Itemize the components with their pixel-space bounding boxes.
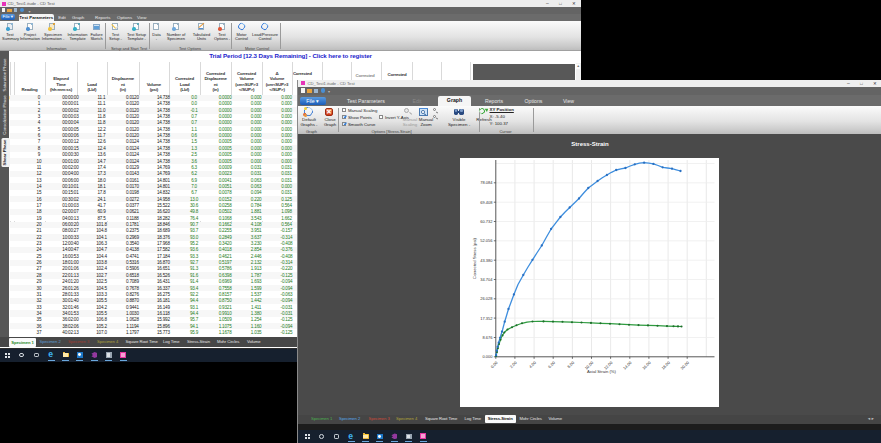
svg-text:52.056: 52.056	[480, 238, 493, 243]
svg-text:34.704: 34.704	[480, 276, 493, 281]
svg-text:Axial Strain (%): Axial Strain (%)	[587, 369, 616, 374]
svg-text:8.676: 8.676	[482, 334, 493, 339]
svg-text:17.352: 17.352	[480, 315, 493, 320]
svg-text:69.408: 69.408	[480, 199, 493, 204]
svg-text:Saturation Phase: Saturation Phase	[2, 58, 7, 92]
svg-text:78.084: 78.084	[480, 180, 493, 185]
svg-text:26.028: 26.028	[480, 296, 493, 301]
svg-text:60.732: 60.732	[480, 218, 493, 223]
svg-text:43.380: 43.380	[480, 257, 493, 262]
svg-text:Corrected Stress (psi): Corrected Stress (psi)	[472, 237, 477, 278]
svg-text:0.000: 0.000	[482, 354, 493, 359]
svg-text:Shear Phase: Shear Phase	[2, 139, 7, 165]
svg-text:Consolidation Phase: Consolidation Phase	[2, 95, 7, 135]
